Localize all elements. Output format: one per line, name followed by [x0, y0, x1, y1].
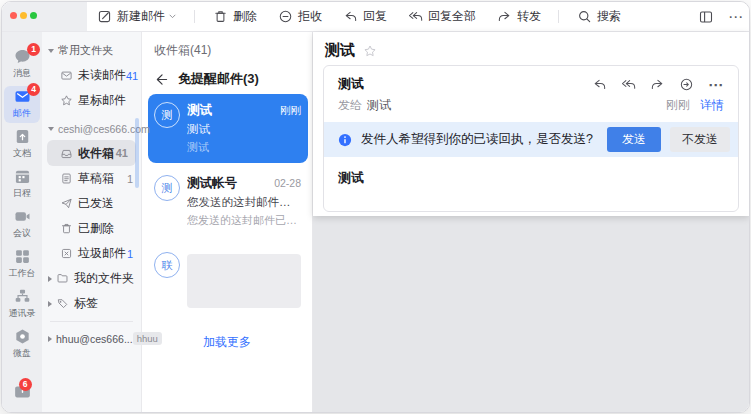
- messages-badge: 1: [27, 43, 40, 56]
- divider: [50, 321, 133, 322]
- delete-button[interactable]: 删除: [213, 8, 257, 25]
- message-card: 测试 ⋯ 发给 测试 刚刚 详情: [323, 65, 739, 212]
- forward-icon: [497, 9, 512, 24]
- reject-button[interactable]: 拒收: [278, 8, 322, 25]
- load-more-link[interactable]: 加载更多: [142, 334, 312, 351]
- reply-button[interactable]: 回复: [343, 8, 387, 25]
- rail-bottom: 6: [2, 381, 42, 404]
- search-button[interactable]: 搜索: [577, 8, 621, 25]
- folder-panel: 常用文件夹 未读邮件 41 星标邮件 ceshi@ces666.com 收件箱 …: [42, 32, 142, 412]
- star-icon[interactable]: [363, 44, 377, 58]
- drive-icon: [14, 328, 31, 345]
- more-icon[interactable]: ⋯: [728, 9, 744, 24]
- rail-item-workbench[interactable]: 工作台: [4, 246, 40, 283]
- draft-icon: [60, 172, 73, 185]
- folder-drafts[interactable]: 草稿箱 1: [42, 166, 141, 191]
- drafts-count: 1: [127, 173, 133, 185]
- compose-button[interactable]: 新建邮件: [97, 8, 177, 25]
- reply-all-icon[interactable]: [621, 77, 636, 92]
- inbox-icon: [60, 147, 73, 160]
- message-actions: ⋯: [592, 77, 724, 92]
- titlebar-sidebar-area: [2, 2, 87, 31]
- calendar-icon: [14, 168, 31, 185]
- envelope-icon: [60, 69, 73, 82]
- reply-all-icon: [408, 9, 423, 24]
- rail-item-mail[interactable]: 邮件 4: [4, 86, 40, 123]
- forward-icon[interactable]: [650, 77, 665, 92]
- message-preview: 测试: [187, 140, 301, 155]
- titlebar: 新建邮件 删除 拒收 回复 回复全部 转发: [2, 2, 749, 32]
- section-common-folders[interactable]: 常用文件夹: [42, 38, 141, 63]
- close-window-button[interactable]: [10, 12, 17, 19]
- account-header[interactable]: ceshi@ces666.com: [42, 113, 141, 140]
- folder-unread[interactable]: 未读邮件 41: [42, 63, 141, 88]
- chevron-down-icon: [168, 12, 177, 21]
- dont-send-receipt-button[interactable]: 不发送: [670, 127, 730, 152]
- forward-options-icon[interactable]: [679, 77, 694, 92]
- account-secondary[interactable]: hhuu@ces666... hhuu: [42, 326, 141, 351]
- disclosure-down-icon: [48, 127, 54, 131]
- rail-item-messages[interactable]: 消息 1: [4, 46, 40, 83]
- disclosure-right-icon: [48, 336, 52, 342]
- folder-deleted[interactable]: 已删除: [42, 216, 141, 241]
- paper-plane-icon: [60, 197, 73, 210]
- rail-item-meeting[interactable]: 会议: [4, 206, 40, 243]
- message-body: 测试: [324, 157, 738, 211]
- to-label: 发给: [338, 97, 362, 114]
- message-sheet: 测试 测试 ⋯ 发给: [313, 32, 749, 216]
- message-sender: 测试: [187, 102, 274, 119]
- video-icon: [14, 208, 31, 225]
- folder-inbox[interactable]: 收件箱 41: [47, 140, 136, 166]
- grid-icon: [14, 248, 31, 265]
- trash-icon: [213, 9, 228, 24]
- rail-item-docs[interactable]: 文档: [4, 126, 40, 163]
- reply-all-button[interactable]: 回复全部: [408, 8, 476, 25]
- reply-icon: [343, 9, 358, 24]
- message-item[interactable]: 测 测试帐号 02-28 您发送的这封邮件已经被打开。 您发送的这封邮件已经被打…: [148, 167, 308, 236]
- folder-my-folders[interactable]: 我的文件夹: [42, 266, 141, 291]
- org-chart-icon: [14, 288, 31, 305]
- rail-item-contacts[interactable]: 通讯录: [4, 286, 40, 323]
- message-subject: 测试: [187, 122, 301, 137]
- star-icon: [60, 94, 73, 107]
- message-time: 02-28: [274, 177, 301, 189]
- send-receipt-button[interactable]: 发送: [607, 127, 661, 152]
- zoom-window-button[interactable]: [30, 12, 37, 19]
- message-item-selected[interactable]: 测 测试 刚刚 测试 测试: [148, 94, 308, 163]
- message-item-loading[interactable]: 联: [148, 244, 308, 316]
- toolbar-separator: [558, 10, 559, 23]
- reading-pane: 测试 测试 ⋯ 发给: [313, 32, 749, 412]
- rail-item-drive[interactable]: 微盘: [4, 326, 40, 363]
- disclosure-right-icon: [48, 276, 52, 282]
- reply-icon[interactable]: [592, 77, 607, 92]
- info-icon: [338, 133, 352, 147]
- rail-item-workspace-app[interactable]: 6: [13, 381, 32, 404]
- minimize-window-button[interactable]: [20, 12, 27, 19]
- sender-name: 测试: [338, 75, 364, 93]
- account-tag-chip: hhuu: [133, 332, 162, 345]
- junk-icon: [60, 247, 73, 260]
- received-time: 刚刚: [666, 97, 690, 114]
- message-sender: 测试帐号: [187, 175, 268, 192]
- folder-icon: [56, 272, 69, 285]
- read-receipt-banner: 发件人希望得到你的已读回执，是否发送? 发送 不发送: [324, 122, 738, 157]
- message-list: 收件箱(41) 免提醒邮件(3) 测 测试 刚刚 测试 测试 测: [142, 32, 313, 412]
- compose-icon: [97, 9, 112, 24]
- compose-label: 新建邮件: [117, 8, 165, 25]
- folder-junk[interactable]: 垃圾邮件 1: [42, 241, 141, 266]
- folder-tags[interactable]: 标签: [42, 291, 141, 316]
- more-icon[interactable]: ⋯: [708, 77, 724, 92]
- folder-sent[interactable]: 已发送: [42, 191, 141, 216]
- back-icon[interactable]: [154, 72, 169, 87]
- recipient[interactable]: 测试: [367, 97, 391, 114]
- forward-button[interactable]: 转发: [497, 8, 541, 25]
- unread-count: 41: [126, 70, 138, 82]
- layout-icon[interactable]: [698, 9, 714, 25]
- folder-starred[interactable]: 星标邮件: [42, 88, 141, 113]
- toolbar-separator: [194, 10, 195, 23]
- detail-link[interactable]: 详情: [700, 97, 724, 114]
- folder-scrollbar-thumb[interactable]: [135, 118, 139, 188]
- message-time: 刚刚: [280, 104, 301, 118]
- filter-label: 免提醒邮件(3): [178, 70, 259, 88]
- rail-item-calendar[interactable]: 日程: [4, 166, 40, 203]
